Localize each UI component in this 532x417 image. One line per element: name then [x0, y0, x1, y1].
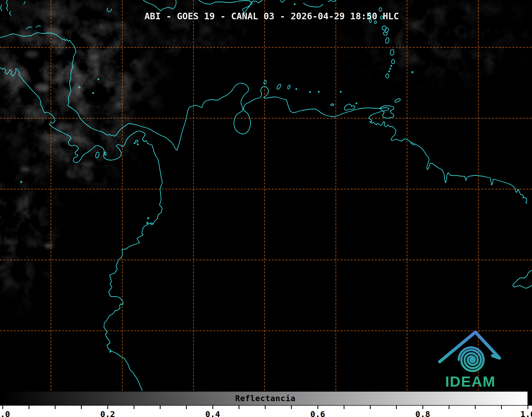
colorbar-tick — [501, 406, 502, 409]
colorbar-axis-strip — [0, 406, 532, 417]
colorbar-tick-label: 0.2 — [100, 410, 115, 417]
colorbar-tick-label: 0.0 — [0, 410, 10, 417]
colorbar-tick — [186, 406, 187, 409]
colorbar-tick — [396, 406, 397, 409]
colorbar-tick — [134, 406, 134, 409]
colorbar-tick — [265, 406, 266, 409]
colorbar-tick — [239, 406, 239, 409]
colorbar-tick — [291, 406, 292, 409]
colorbar-tick — [29, 406, 29, 409]
satellite-map-canvas — [0, 0, 532, 391]
colorbar-tick — [528, 406, 528, 409]
colorbar-tick — [422, 406, 423, 409]
colorbar-tick — [475, 406, 476, 409]
image-title: ABI - GOES 19 - CANAL 03 - 2026-04-29 18… — [144, 12, 399, 21]
goes-satellite-product: ABI - GOES 19 - CANAL 03 - 2026-04-29 18… — [0, 0, 532, 417]
reflectance-colorbar: Reflectancia — [3, 391, 528, 406]
colorbar-tick — [2, 406, 3, 409]
colorbar-tick — [370, 406, 371, 409]
colorbar-tick — [212, 406, 213, 409]
colorbar-tick-label: 0.8 — [415, 410, 430, 417]
colorbar-tick — [81, 406, 82, 409]
ideam-logo-text: IDEAM — [445, 374, 495, 389]
colorbar-tick — [344, 406, 344, 409]
colorbar-tick — [107, 406, 108, 409]
colorbar-tick-label: 1.0 — [520, 410, 532, 417]
colorbar-tick-label: 0.4 — [205, 410, 220, 417]
colorbar-tick — [317, 406, 318, 409]
colorbar-tick — [449, 406, 449, 409]
logo-spiral-eye — [471, 359, 473, 361]
colorbar-tick — [160, 406, 161, 409]
colorbar-tick — [55, 406, 56, 409]
colorbar-tick-label: 0.6 — [310, 410, 325, 417]
colorbar-label: Reflectancia — [235, 394, 296, 403]
